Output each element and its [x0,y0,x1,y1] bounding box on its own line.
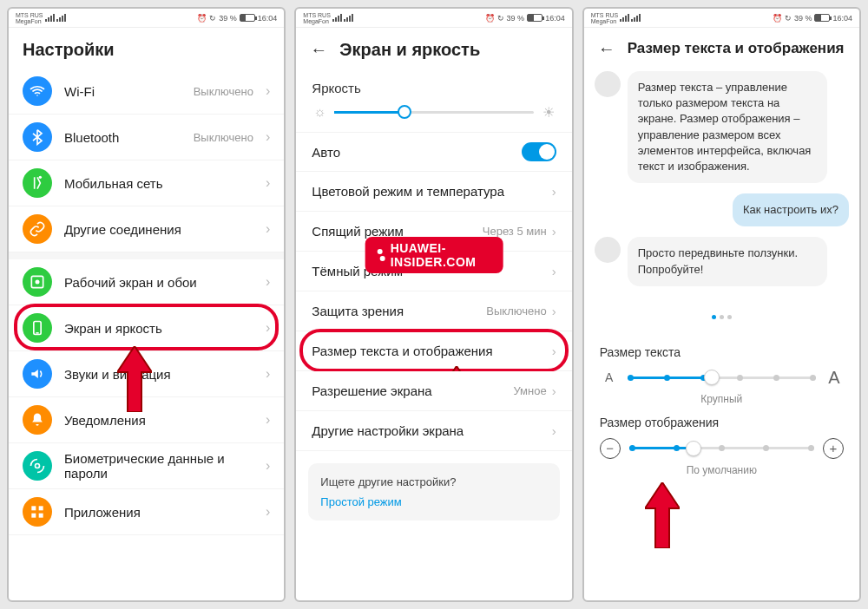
row-label: Размер текста и отображения [312,344,546,358]
settings-row[interactable]: BluetoothВыключено› [9,115,284,160]
help-box: Ищете другие настройки? Простой режим [308,463,559,521]
display-size-caption: По умолчанию [600,464,844,476]
plus-icon[interactable]: + [823,438,844,459]
battery-icon [527,14,542,22]
chevron-right-icon: › [552,264,556,278]
chevron-right-icon: › [266,366,270,382]
bell-icon [23,405,52,435]
carrier-label-2: MegaFon [16,18,43,24]
back-button[interactable]: ← [598,40,615,57]
signal-bars-icon [45,14,55,22]
chevron-right-icon: › [266,83,270,99]
back-button[interactable]: ← [310,42,327,59]
row-label: Wi-Fi [64,84,181,99]
chevron-right-icon: › [266,274,270,290]
row-label: Другие соединения [64,222,253,237]
svg-rect-7 [39,506,43,510]
alarm-icon: ⏰ [485,14,495,23]
wifi-icon [23,76,52,106]
svg-rect-6 [31,506,36,510]
carrier-label-1: MTS RUS [16,12,43,18]
text-size-slider[interactable]: A A [600,368,844,388]
message-bubble: Как настроить их? [733,193,849,226]
signal-bars-icon [56,14,66,22]
row-label: Приложения [64,505,253,520]
row-label: Мобильная сеть [64,176,253,191]
row-label: Биометрические данные и пароли [64,451,253,481]
chevron-right-icon: › [266,129,270,145]
settings-row[interactable]: Другие соединения› [9,206,284,252]
message-bubble: Просто передвиньте ползунки. Попробуйте! [628,237,827,285]
battery-icon [240,14,255,22]
row-label: Другие настройки экрана [312,423,546,438]
chevron-right-icon: › [266,458,270,474]
row-label: Bluetooth [64,130,181,145]
auto-brightness-toggle[interactable] [522,142,556,161]
row-label: Разрешение экрана [312,383,513,398]
status-bar: MTS RUS MegaFon ⏰ ↻ 39 % 16:04 [296,9,571,28]
text-size-caption: Крупный [600,393,844,405]
sync-icon: ↻ [497,14,504,23]
huawei-logo-icon [376,247,387,263]
chevron-right-icon: › [266,175,270,191]
battery-icon [814,14,830,22]
settings-row[interactable]: Мобильная сеть› [9,160,284,206]
settings-row[interactable]: Биометрические данные и пароли› [9,443,284,489]
annotation-arrow [645,482,680,548]
large-a-icon: A [825,368,844,388]
settings-row[interactable]: Рабочий экран и обои› [9,259,284,305]
chevron-right-icon: › [266,504,270,520]
chat-message-in: Размер текста – управление только размер… [595,71,849,183]
status-bar: MTS RUS MegaFon ⏰ ↻ 39 % 16:04 [584,9,859,28]
message-bubble: Размер текста – управление только размер… [628,71,827,183]
minus-icon[interactable]: − [600,438,621,459]
settings-row[interactable]: Звуки и вибрация› [9,351,284,397]
chat-message-out: Как настроить их? [595,193,849,226]
header: ← Экран и яркость [296,28,571,69]
display-setting-row[interactable]: Другие настройки экрана› [296,411,571,451]
chevron-right-icon: › [552,344,556,358]
help-link[interactable]: Простой режим [320,495,547,508]
svg-rect-8 [31,514,36,518]
chevron-right-icon: › [552,184,556,199]
display-setting-row[interactable]: Цветовой режим и температура› [296,172,571,212]
display-setting-row[interactable]: Разрешение экранаУмное› [296,371,571,411]
sun-large-icon: ☀ [541,104,556,120]
display-settings: Яркость ☼ ☀ Авто Цветовой режим и темпер… [296,69,571,600]
display-size-slider[interactable]: − + [600,438,844,459]
row-value: Выключено [486,304,546,318]
settings-row[interactable]: Приложения› [9,489,284,535]
signal-bars-icon [344,14,353,22]
display-size-label: Размер отображения [600,416,844,429]
page-title: Настройки [23,40,115,60]
bt-icon [23,122,52,152]
signal-bars-icon [332,14,342,22]
settings-row[interactable]: Wi-FiВыключено› [9,69,284,115]
display-setting-row[interactable]: Защита зренияВыключено› [296,291,571,331]
row-label: Рабочий экран и обои [64,275,253,290]
settings-row[interactable]: Уведомления› [9,397,284,443]
signal-bars-icon [631,14,641,22]
clock-time: 16:04 [258,14,278,23]
help-question: Ищете другие настройки? [320,475,547,488]
settings-row[interactable]: Экран и яркость› [9,305,284,351]
svg-point-2 [36,280,40,285]
chat-message-in: Просто передвиньте ползунки. Попробуйте! [595,237,849,285]
row-value: Выключено [194,85,253,98]
svg-rect-9 [39,514,43,518]
brightness-slider[interactable]: ☼ ☀ [296,101,571,132]
chevron-right-icon: › [266,221,270,237]
small-a-icon: A [600,370,619,384]
link-icon [23,214,52,244]
row-label: Цветовой режим и температура [312,184,546,199]
apps-icon [23,497,52,527]
chevron-right-icon: › [266,320,270,336]
header: ← Размер текста и отображения [584,28,859,66]
row-label: Экран и яркость [64,321,253,336]
cell-icon [23,168,52,198]
display-setting-row[interactable]: Размер текста и отображения› [296,331,571,371]
chevron-right-icon: › [552,224,556,239]
auto-brightness-row[interactable]: Авто [296,132,571,172]
signal-bars-icon [620,14,629,22]
watermark: HUAWEI-INSIDER.COM [365,237,503,273]
